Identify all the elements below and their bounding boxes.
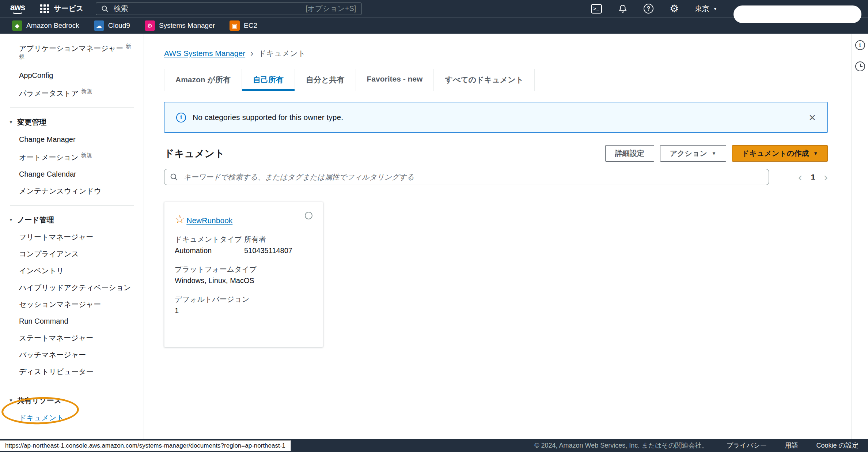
breadcrumb-parent-link[interactable]: AWS Systems Manager bbox=[164, 49, 245, 58]
alert-message: No categories supported for this owner t… bbox=[193, 113, 343, 122]
aws-logo[interactable]: aws bbox=[7, 3, 28, 14]
advanced-settings-button[interactable]: 詳細設定 bbox=[605, 145, 654, 162]
breadcrumb: AWS Systems Manager › ドキュメント bbox=[164, 48, 828, 59]
sidebar-item-change-manager[interactable]: Change Manager bbox=[0, 131, 144, 148]
sidebar-divider bbox=[10, 108, 134, 108]
sidebar-section-shared-resources[interactable]: ▼ 共有リソース bbox=[0, 392, 144, 409]
sidebar-item-label: ディストリビューター bbox=[19, 368, 94, 376]
sidebar-item-patch-manager[interactable]: パッチマネージャー bbox=[0, 346, 144, 363]
sidebar-item-label: セッションマネージャー bbox=[19, 300, 101, 308]
tab-shared-with-me[interactable]: 自分と共有 bbox=[295, 69, 356, 91]
sidebar-item-run-command[interactable]: Run Command bbox=[0, 313, 144, 329]
chevron-right-icon[interactable]: › bbox=[824, 171, 828, 183]
aws-smile-icon bbox=[12, 9, 23, 14]
sidebar-item-inventory[interactable]: インベントリ bbox=[0, 262, 144, 279]
bedrock-icon: ◆ bbox=[12, 20, 22, 31]
region-label: 東京 bbox=[695, 4, 709, 14]
search-icon bbox=[101, 5, 109, 12]
account-menu-pill[interactable] bbox=[734, 5, 861, 23]
cloudshell-icon[interactable]: >_ bbox=[591, 4, 602, 14]
sidebar-item-application-manager[interactable]: アプリケーションマネージャー新規 bbox=[0, 39, 144, 67]
sidebar-item-state-manager[interactable]: ステートマネージャー bbox=[0, 329, 144, 346]
select-document-radio[interactable] bbox=[305, 212, 312, 219]
favorite-amazon-bedrock[interactable]: ◆ Amazon Bedrock bbox=[6, 18, 86, 34]
sidebar-item-compliance[interactable]: コンプライアンス bbox=[0, 245, 144, 262]
document-filter-input[interactable] bbox=[164, 169, 769, 185]
filter-row: ‹ 1 › bbox=[164, 169, 828, 185]
create-document-button[interactable]: ドキュメントの作成 ▼ bbox=[732, 145, 828, 162]
tab-owned-by-me[interactable]: 自己所有 bbox=[242, 69, 295, 91]
services-menu-button[interactable]: サービス bbox=[37, 0, 86, 17]
favorite-cloud9[interactable]: ☁ Cloud9 bbox=[88, 18, 136, 34]
sidebar-item-label: Change Manager bbox=[19, 135, 76, 143]
section-caret-icon: ▼ bbox=[9, 398, 13, 403]
button-label: 詳細設定 bbox=[615, 148, 644, 158]
actions-dropdown-button[interactable]: アクション ▼ bbox=[660, 145, 726, 162]
document-card: ☆ NewRunbook ドキュメントタイプ 所有者 Automation 51… bbox=[164, 202, 323, 347]
privacy-link[interactable]: プライバシー bbox=[726, 441, 766, 450]
page-title: ドキュメント bbox=[164, 147, 225, 160]
section-caret-icon: ▼ bbox=[9, 120, 13, 125]
sidebar-item-parameter-store[interactable]: パラメータストア新規 bbox=[0, 84, 144, 102]
favorite-star-icon[interactable]: ☆ bbox=[175, 214, 185, 225]
page-layout: アプリケーションマネージャー新規 AppConfig パラメータストア新規 ▼ … bbox=[0, 34, 868, 439]
section-title: ノード管理 bbox=[17, 215, 54, 225]
tab-all-documents[interactable]: すべてのドキュメント bbox=[434, 69, 535, 91]
documents-actions: 詳細設定 アクション ▼ ドキュメントの作成 ▼ bbox=[605, 145, 828, 162]
sidebar-divider bbox=[10, 386, 134, 386]
sidebar-item-label: コンプライアンス bbox=[19, 250, 79, 258]
sidebar-item-documents[interactable]: ドキュメント bbox=[0, 409, 144, 426]
help-icon[interactable]: ? bbox=[644, 4, 653, 14]
search-icon bbox=[170, 173, 178, 181]
sidebar-item-hybrid-activations[interactable]: ハイブリッドアクティベーション bbox=[0, 279, 144, 296]
favorite-label: Cloud9 bbox=[108, 22, 130, 30]
rail-divider bbox=[852, 56, 868, 56]
terms-link[interactable]: 用語 bbox=[785, 441, 798, 450]
sidebar-item-appconfig[interactable]: AppConfig bbox=[0, 67, 144, 84]
clock-icon[interactable] bbox=[855, 61, 865, 71]
cookie-settings-link[interactable]: Cookie の設定 bbox=[816, 441, 858, 450]
sidebar-item-session-manager[interactable]: セッションマネージャー bbox=[0, 296, 144, 313]
sidebar-item-automation[interactable]: オートメーション新規 bbox=[0, 148, 144, 166]
default-version-value: 1 bbox=[175, 306, 179, 314]
notifications-bell-icon[interactable] bbox=[618, 4, 628, 14]
tab-owned-by-amazon[interactable]: Amazon が所有 bbox=[164, 69, 242, 91]
ec2-icon: ▣ bbox=[230, 20, 240, 31]
document-title-link[interactable]: NewRunbook bbox=[186, 216, 232, 225]
sidebar-item-label: AppConfig bbox=[19, 71, 53, 79]
info-panel-icon[interactable]: i bbox=[855, 40, 865, 50]
sidebar-item-label: Change Calendar bbox=[19, 170, 76, 178]
sidebar-section-change-management[interactable]: ▼ 変更管理 bbox=[0, 114, 144, 131]
region-selector[interactable]: 東京 ▼ bbox=[695, 4, 717, 14]
chevron-down-icon: ▼ bbox=[813, 151, 818, 156]
chevron-down-icon: ▼ bbox=[712, 151, 716, 156]
section-caret-icon: ▼ bbox=[9, 217, 13, 222]
main-content: AWS Systems Manager › ドキュメント Amazon が所有 … bbox=[144, 34, 852, 439]
chevron-left-icon[interactable]: ‹ bbox=[798, 171, 802, 183]
sidebar-item-label: パラメータストア bbox=[19, 89, 79, 97]
sidebar-item-label: フリートマネージャー bbox=[19, 233, 93, 241]
sidebar-item-change-calendar[interactable]: Change Calendar bbox=[0, 166, 144, 182]
sidebar-item-label: インベントリ bbox=[19, 267, 64, 275]
global-search-input[interactable]: 検索 [オプション+S] bbox=[96, 3, 361, 15]
platform-value: Windows, Linux, MacOS bbox=[175, 276, 254, 285]
sidebar-section-node-management[interactable]: ▼ ノード管理 bbox=[0, 211, 144, 229]
close-icon[interactable]: × bbox=[809, 112, 816, 123]
chevron-down-icon: ▼ bbox=[713, 6, 717, 11]
tab-favorites[interactable]: Favorites - new bbox=[356, 69, 434, 91]
doc-type-value: Automation bbox=[175, 246, 244, 255]
doc-type-label: ドキュメントタイプ bbox=[175, 234, 244, 244]
help-panel-rail: i bbox=[852, 34, 868, 439]
sidebar-item-label: メンテナンスウィンドウ bbox=[19, 187, 101, 195]
page-number[interactable]: 1 bbox=[811, 173, 815, 181]
sidebar-item-fleet-manager[interactable]: フリートマネージャー bbox=[0, 229, 144, 245]
favorite-label: Systems Manager bbox=[159, 22, 215, 30]
sidebar-item-distributor[interactable]: ディストリビューター bbox=[0, 363, 144, 380]
settings-gear-icon[interactable]: ⚙ bbox=[670, 4, 679, 14]
default-version-label: デフォルトバージョン bbox=[175, 294, 312, 304]
favorite-systems-manager[interactable]: ⚙ Systems Manager bbox=[139, 18, 221, 34]
favorite-label: EC2 bbox=[244, 22, 257, 30]
sidebar-item-maintenance-windows[interactable]: メンテナンスウィンドウ bbox=[0, 182, 144, 199]
favorite-ec2[interactable]: ▣ EC2 bbox=[223, 18, 264, 34]
info-icon: i bbox=[176, 113, 186, 123]
